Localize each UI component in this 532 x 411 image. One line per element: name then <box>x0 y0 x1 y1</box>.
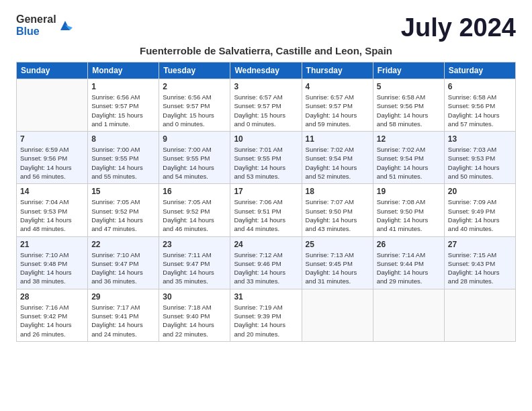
table-row: 15Sunrise: 7:05 AMSunset: 9:52 PMDayligh… <box>88 184 159 236</box>
day-info: Sunrise: 7:08 AMSunset: 9:50 PMDaylight:… <box>377 197 441 233</box>
day-number: 5 <box>377 82 441 91</box>
page: General Blue July 2024 Fuenterroble de S… <box>0 0 532 355</box>
day-number: 21 <box>20 240 84 249</box>
table-row: 20Sunrise: 7:09 AMSunset: 9:49 PMDayligh… <box>444 184 515 236</box>
day-info: Sunrise: 6:57 AMSunset: 9:57 PMDaylight:… <box>306 93 369 128</box>
table-row: 13Sunrise: 7:03 AMSunset: 9:53 PMDayligh… <box>444 132 515 184</box>
day-info: Sunrise: 7:03 AMSunset: 9:53 PMDaylight:… <box>448 145 512 181</box>
weekday-tuesday: Tuesday <box>159 62 230 79</box>
day-info: Sunrise: 7:11 AMSunset: 9:47 PMDaylight:… <box>163 250 226 286</box>
table-row: 3Sunrise: 6:57 AMSunset: 9:57 PMDaylight… <box>230 79 302 132</box>
table-row: 26Sunrise: 7:14 AMSunset: 9:44 PMDayligh… <box>373 236 444 289</box>
day-number: 6 <box>448 82 512 91</box>
table-row: 31Sunrise: 7:19 AMSunset: 9:39 PMDayligh… <box>230 289 302 341</box>
table-row: 27Sunrise: 7:15 AMSunset: 9:43 PMDayligh… <box>444 236 515 289</box>
day-number: 3 <box>234 82 298 91</box>
table-row: 1Sunrise: 6:56 AMSunset: 9:57 PMDaylight… <box>88 79 159 132</box>
table-row: 18Sunrise: 7:07 AMSunset: 9:50 PMDayligh… <box>302 184 373 236</box>
day-info: Sunrise: 7:17 AMSunset: 9:41 PMDaylight:… <box>91 303 155 338</box>
day-info: Sunrise: 7:19 AMSunset: 9:39 PMDaylight:… <box>234 303 298 338</box>
weekday-saturday: Saturday <box>444 62 515 79</box>
table-row: 30Sunrise: 7:18 AMSunset: 9:40 PMDayligh… <box>159 289 230 341</box>
day-info: Sunrise: 7:01 AMSunset: 9:55 PMDaylight:… <box>234 145 298 181</box>
day-info: Sunrise: 7:16 AMSunset: 9:42 PMDaylight:… <box>20 303 84 338</box>
day-info: Sunrise: 6:56 AMSunset: 9:57 PMDaylight:… <box>163 93 226 128</box>
day-info: Sunrise: 7:00 AMSunset: 9:55 PMDaylight:… <box>163 145 226 181</box>
day-info: Sunrise: 7:13 AMSunset: 9:45 PMDaylight:… <box>306 250 369 286</box>
location: Fuenterroble de Salvatierra, Castille an… <box>16 45 516 56</box>
day-info: Sunrise: 6:56 AMSunset: 9:57 PMDaylight:… <box>91 93 155 128</box>
weekday-friday: Friday <box>373 62 444 79</box>
calendar-week-row: 14Sunrise: 7:04 AMSunset: 9:53 PMDayligh… <box>17 184 516 236</box>
day-info: Sunrise: 7:15 AMSunset: 9:43 PMDaylight:… <box>448 250 512 286</box>
day-number: 13 <box>448 134 512 144</box>
day-number: 8 <box>91 134 155 144</box>
day-number: 18 <box>306 187 369 196</box>
day-number: 17 <box>234 187 298 196</box>
table-row: 5Sunrise: 6:58 AMSunset: 9:56 PMDaylight… <box>373 79 444 132</box>
logo-text: General Blue <box>16 13 73 37</box>
logo-blue: Blue <box>16 26 56 38</box>
day-number: 14 <box>20 187 84 196</box>
day-info: Sunrise: 7:04 AMSunset: 9:53 PMDaylight:… <box>20 197 84 233</box>
calendar-table: Sunday Monday Tuesday Wednesday Thursday… <box>16 62 516 342</box>
logo: General Blue <box>16 13 73 37</box>
table-row: 17Sunrise: 7:06 AMSunset: 9:51 PMDayligh… <box>230 184 302 236</box>
day-number: 28 <box>20 292 84 302</box>
day-number: 15 <box>91 187 155 196</box>
weekday-thursday: Thursday <box>302 62 373 79</box>
table-row: 14Sunrise: 7:04 AMSunset: 9:53 PMDayligh… <box>17 184 88 236</box>
day-number: 2 <box>163 82 226 91</box>
day-info: Sunrise: 7:12 AMSunset: 9:46 PMDaylight:… <box>234 250 298 286</box>
day-info: Sunrise: 7:00 AMSunset: 9:55 PMDaylight:… <box>91 145 155 181</box>
day-number: 20 <box>448 187 512 196</box>
header: General Blue July 2024 <box>16 13 516 42</box>
day-number: 19 <box>377 187 441 196</box>
day-info: Sunrise: 6:59 AMSunset: 9:56 PMDaylight:… <box>20 145 84 181</box>
day-info: Sunrise: 6:58 AMSunset: 9:56 PMDaylight:… <box>377 93 441 128</box>
day-number: 11 <box>306 134 369 144</box>
day-info: Sunrise: 7:10 AMSunset: 9:47 PMDaylight:… <box>91 250 155 286</box>
table-row <box>302 289 373 341</box>
day-number: 4 <box>306 82 369 91</box>
day-number: 9 <box>163 134 226 144</box>
table-row: 22Sunrise: 7:10 AMSunset: 9:47 PMDayligh… <box>88 236 159 289</box>
table-row: 28Sunrise: 7:16 AMSunset: 9:42 PMDayligh… <box>17 289 88 341</box>
day-info: Sunrise: 7:05 AMSunset: 9:52 PMDaylight:… <box>91 197 155 233</box>
table-row: 21Sunrise: 7:10 AMSunset: 9:48 PMDayligh… <box>17 236 88 289</box>
table-row: 7Sunrise: 6:59 AMSunset: 9:56 PMDaylight… <box>17 132 88 184</box>
table-row: 25Sunrise: 7:13 AMSunset: 9:45 PMDayligh… <box>302 236 373 289</box>
day-info: Sunrise: 7:09 AMSunset: 9:49 PMDaylight:… <box>448 197 512 233</box>
day-info: Sunrise: 6:57 AMSunset: 9:57 PMDaylight:… <box>234 93 298 128</box>
day-info: Sunrise: 7:14 AMSunset: 9:44 PMDaylight:… <box>377 250 441 286</box>
day-info: Sunrise: 7:06 AMSunset: 9:51 PMDaylight:… <box>234 197 298 233</box>
table-row: 24Sunrise: 7:12 AMSunset: 9:46 PMDayligh… <box>230 236 302 289</box>
calendar-week-row: 1Sunrise: 6:56 AMSunset: 9:57 PMDaylight… <box>17 79 516 132</box>
weekday-wednesday: Wednesday <box>230 62 302 79</box>
day-number: 31 <box>234 292 298 302</box>
day-number: 12 <box>377 134 441 144</box>
day-info: Sunrise: 7:02 AMSunset: 9:54 PMDaylight:… <box>306 145 369 181</box>
table-row: 11Sunrise: 7:02 AMSunset: 9:54 PMDayligh… <box>302 132 373 184</box>
month-title: July 2024 <box>401 13 516 42</box>
day-number: 1 <box>91 82 155 91</box>
day-info: Sunrise: 7:10 AMSunset: 9:48 PMDaylight:… <box>20 250 84 286</box>
table-row: 19Sunrise: 7:08 AMSunset: 9:50 PMDayligh… <box>373 184 444 236</box>
svg-marker-0 <box>60 21 70 30</box>
table-row: 12Sunrise: 7:02 AMSunset: 9:54 PMDayligh… <box>373 132 444 184</box>
table-row: 4Sunrise: 6:57 AMSunset: 9:57 PMDaylight… <box>302 79 373 132</box>
day-number: 7 <box>20 134 84 144</box>
day-info: Sunrise: 6:58 AMSunset: 9:56 PMDaylight:… <box>448 93 512 128</box>
weekday-sunday: Sunday <box>17 62 88 79</box>
day-info: Sunrise: 7:07 AMSunset: 9:50 PMDaylight:… <box>306 197 369 233</box>
calendar-week-row: 28Sunrise: 7:16 AMSunset: 9:42 PMDayligh… <box>17 289 516 341</box>
day-number: 25 <box>306 240 369 249</box>
day-number: 16 <box>163 187 226 196</box>
day-number: 29 <box>91 292 155 302</box>
day-number: 30 <box>163 292 226 302</box>
day-info: Sunrise: 7:18 AMSunset: 9:40 PMDaylight:… <box>163 303 226 338</box>
table-row: 2Sunrise: 6:56 AMSunset: 9:57 PMDaylight… <box>159 79 230 132</box>
day-number: 23 <box>163 240 226 249</box>
table-row: 9Sunrise: 7:00 AMSunset: 9:55 PMDaylight… <box>159 132 230 184</box>
day-number: 27 <box>448 240 512 249</box>
